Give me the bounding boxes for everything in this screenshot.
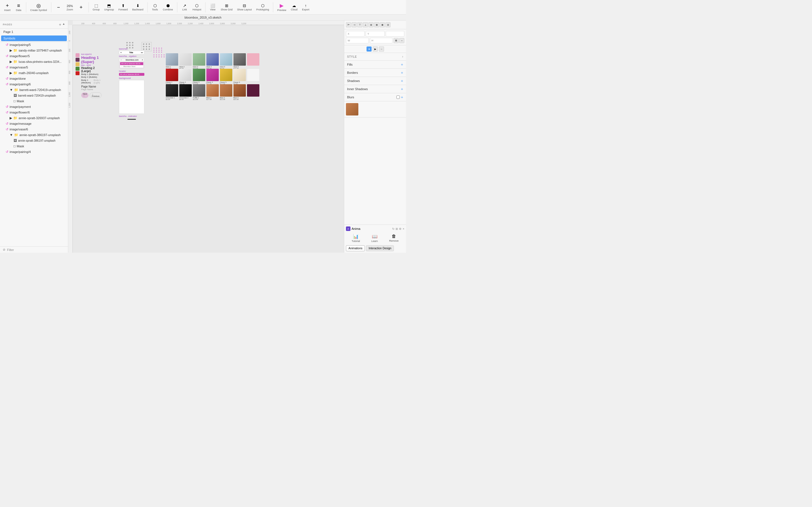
layer-name: math-26040-unsplash	[18, 71, 49, 75]
anima-refresh-button[interactable]: ↻	[392, 227, 395, 230]
view-button[interactable]: ⬜ View	[208, 3, 218, 12]
link-button[interactable]: ↗ Link	[180, 3, 190, 12]
anima-remove-button[interactable]: 🗑 Remove	[387, 233, 401, 244]
create-symbol-button[interactable]: ◎ Create Symbol	[29, 2, 49, 13]
layer-image-vase-6[interactable]: ↺ image/vase/6	[0, 126, 68, 132]
layer-image-done[interactable]: ↺ image/done	[0, 76, 68, 81]
align-center-h-button[interactable]: ⊣	[352, 22, 357, 27]
y-field[interactable]: Y	[366, 31, 384, 37]
insert-button[interactable]: + Insert	[2, 2, 12, 13]
export-button[interactable]: ↑ Export	[300, 3, 311, 12]
add-border-button[interactable]: +	[401, 70, 403, 75]
hotspot-button[interactable]: ⬡ Hotspot	[191, 3, 203, 12]
zoom-value-display[interactable]: 26% Zoom	[65, 3, 75, 12]
anima-layout-button[interactable]: ⊞	[396, 227, 398, 230]
fills-header[interactable]: Fills +	[344, 61, 406, 68]
combine-button[interactable]: ⬢ Combine	[161, 3, 175, 12]
ungroup-button[interactable]: ⬒ Ungroup	[103, 3, 116, 12]
backward-button[interactable]: ⬇ Backward	[131, 3, 145, 12]
tools-button[interactable]: ⬡ Tools	[150, 3, 160, 12]
anima-close-button[interactable]: ×	[403, 227, 404, 230]
align-bottom-button[interactable]: ⊞	[374, 22, 379, 27]
layer-image-pairing-6[interactable]: ↺ image/pairing/6	[0, 81, 68, 87]
layer-barrett-ward-image[interactable]: 🖼 barrett-ward-720419-unsplash	[0, 93, 68, 98]
layer-annie-spratt-386197-mask[interactable]: □ Mask	[0, 144, 68, 149]
blurs-header[interactable]: Blurs +	[344, 93, 406, 101]
add-blur-button[interactable]: +	[401, 95, 403, 100]
preview-button[interactable]: ▶ Preview	[275, 2, 288, 13]
anima-interaction-design-tab[interactable]: Interaction Design	[366, 245, 394, 251]
anima-settings-button[interactable]: ⚙	[399, 227, 402, 230]
h-field[interactable]: H	[370, 38, 393, 43]
distribute-h-button[interactable]: ⊠	[380, 22, 385, 27]
page-item-symbols[interactable]: Symbols	[1, 36, 67, 41]
borders-header[interactable]: Borders +	[344, 69, 406, 76]
add-page-button[interactable]: +	[59, 22, 61, 27]
add-fill-button[interactable]: +	[401, 62, 403, 67]
layer-name: image/payment	[10, 105, 31, 108]
style-collapse-button[interactable]: ›	[402, 55, 403, 59]
lock-ratio-button[interactable]: ⛓	[394, 38, 399, 43]
layer-image-message[interactable]: ↺ image/message	[0, 121, 68, 126]
layer-barrett-ward-group[interactable]: ▼ 📁 barrett-ward-720419-unsplash	[0, 87, 68, 93]
rotation-field[interactable]	[386, 31, 404, 37]
x-label: X	[348, 33, 349, 35]
collapse-pages-button[interactable]: ▲	[62, 22, 65, 27]
filter-label: Filter	[7, 248, 14, 251]
prototyping-button[interactable]: ⬡ Prototyping	[255, 3, 271, 12]
page-item-page1[interactable]: Page 1	[0, 29, 68, 35]
layer-lucas-silva[interactable]: ▶ 📁 lucas-silva-pinheiro-santos-3234...	[0, 59, 68, 64]
filter-bar[interactable]: ⊘ Filter	[0, 246, 68, 252]
distribute-v-button[interactable]: ⊡	[386, 22, 391, 27]
layers-list[interactable]: ↺ image/pairing/5 ▶ 📁 sandy-millar-10794…	[0, 42, 68, 246]
next-btn[interactable]: Next →	[81, 93, 89, 98]
layer-image-pairing-5[interactable]: ↺ image/pairing/5	[0, 42, 68, 48]
layer-name: image/vase/5	[10, 66, 28, 69]
play-button[interactable]: ▶	[373, 47, 378, 52]
create-symbol-label: Create Symbol	[30, 9, 47, 11]
align-top-button[interactable]: ⊥	[363, 22, 368, 27]
zoom-minus-button[interactable]: −	[54, 4, 64, 11]
x-field[interactable]: X	[346, 31, 364, 37]
right-arrow-button[interactable]: →	[379, 47, 384, 52]
zoom-plus-button[interactable]: +	[76, 4, 86, 11]
layer-annie-spratt-326937[interactable]: ▶ 📁 annie-spratt-326937-unsplash	[0, 115, 68, 121]
combine-icon: ⬢	[166, 4, 170, 8]
add-inner-shadow-button[interactable]: +	[401, 87, 403, 91]
prev-btn[interactable]: ← Previous	[90, 93, 101, 98]
layer-sandy-millar[interactable]: ▶ 📁 sandy-millar-1079467-unsplash	[0, 48, 68, 53]
magic-button[interactable]: ✦	[366, 47, 371, 52]
w-field[interactable]: W	[346, 38, 369, 43]
layer-math-unsplash[interactable]: ▶ 📁 math-26040-unsplash	[0, 70, 68, 76]
data-button[interactable]: ≡ Data	[13, 2, 24, 13]
align-left-button[interactable]: ⊢	[346, 22, 351, 27]
canvas-area[interactable]: 200 400 600 800 1,000 1,200 1,400 1,600 …	[68, 20, 344, 252]
anima-tutorial-button[interactable]: 📊 Tutorial	[349, 233, 362, 244]
cloud-button[interactable]: ☁ Cloud	[289, 3, 299, 12]
divider-7	[273, 2, 273, 12]
image-icon: 🖼	[13, 138, 17, 143]
anima-tutorial-icon: 📊	[353, 234, 359, 239]
layer-image-flower-5[interactable]: ↺ image/flower/5	[0, 53, 68, 59]
show-layout-button[interactable]: ⊟ Show Layout	[236, 3, 253, 12]
align-center-v-button[interactable]: ⊟	[368, 22, 373, 27]
inner-shadows-header[interactable]: Inner Shadows +	[344, 85, 406, 93]
shadows-header[interactable]: Shadows +	[344, 77, 406, 85]
blurs-checkbox[interactable]	[396, 96, 400, 99]
add-shadow-button[interactable]: +	[401, 78, 403, 83]
show-grid-button[interactable]: ⊞ Show Grid	[219, 3, 234, 12]
canvas-scroll[interactable]: text-style/h1 Heading 1 (Super) text-...…	[73, 25, 344, 252]
anima-animations-tab[interactable]: Animations	[346, 245, 365, 251]
align-right-button[interactable]: ⊤	[357, 22, 362, 27]
flip-button[interactable]: ↔	[399, 38, 404, 43]
layer-image-payment[interactable]: ↺ image/payment	[0, 104, 68, 110]
layer-barrett-ward-mask[interactable]: □ Mask	[0, 98, 68, 104]
anima-learn-button[interactable]: 📖 Learn	[369, 233, 380, 244]
layer-image-flower-6[interactable]: ↺ image/flower/6	[0, 110, 68, 115]
layer-image-vase-5[interactable]: ↺ image/vase/5	[0, 64, 68, 70]
layer-image-pairing-4[interactable]: ↺ image/pairing/4	[0, 149, 68, 155]
forward-button[interactable]: ⬆ Forward	[117, 3, 130, 12]
layer-annie-spratt-386197-group[interactable]: ▼ 📁 annie-spratt-386197-unsplash	[0, 132, 68, 138]
layer-annie-spratt-386197-image[interactable]: 🖼 annie-spratt-386197-unsplash	[0, 138, 68, 144]
group-button[interactable]: ⬚ Group	[91, 3, 101, 12]
